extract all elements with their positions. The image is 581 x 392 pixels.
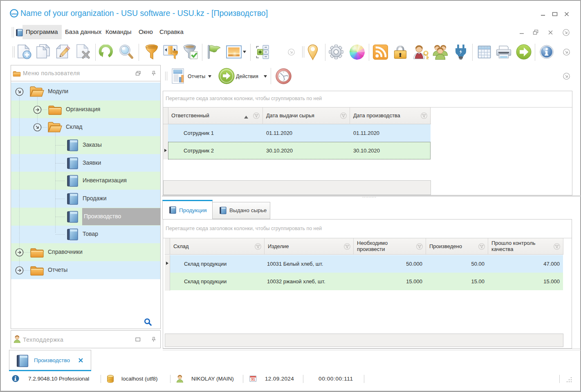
svg-text:usu: usu (11, 12, 17, 16)
svg-text:31: 31 (251, 377, 255, 381)
